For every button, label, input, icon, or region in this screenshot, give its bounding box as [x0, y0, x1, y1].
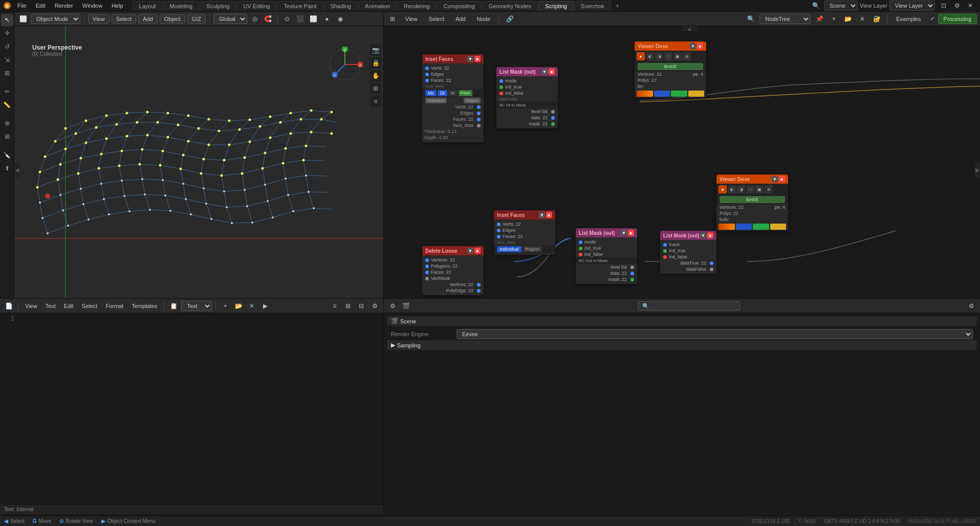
vd-1-bake-btn[interactable]: BAKE: [638, 63, 703, 70]
search-node-icon[interactable]: 🔍: [745, 13, 756, 25]
tool-measure[interactable]: 📏: [1, 99, 13, 111]
inset-faces-2-close[interactable]: ■: [546, 212, 552, 218]
tab-rendering[interactable]: Rendering: [397, 1, 437, 11]
list-mask-sm-expand[interactable]: ▼: [700, 232, 706, 238]
add-btn[interactable]: Add: [138, 14, 158, 24]
props-sampling-header[interactable]: ▶ Sampling: [387, 340, 977, 350]
props-icon[interactable]: ⚙: [387, 300, 398, 312]
tool-knife[interactable]: 🔪: [1, 149, 13, 161]
vd-2-icon-3[interactable]: ◑: [737, 185, 745, 193]
viewport-icon-camera[interactable]: 📷: [370, 45, 381, 56]
screen-icon[interactable]: ⊡: [938, 0, 949, 11]
overlay-icon[interactable]: ⊙: [281, 13, 293, 25]
edit-menu[interactable]: Edit: [32, 2, 50, 10]
vd-2-close[interactable]: ■: [779, 176, 785, 182]
inset-faces-node-1[interactable]: Inset Faces ▼ ■ Verts: 22 Edges Faces: 2…: [422, 54, 484, 142]
node-open-icon[interactable]: 📂: [842, 13, 854, 25]
vd-2-icon-4[interactable]: □: [746, 185, 754, 193]
delete-loose-expand[interactable]: ▼: [467, 248, 473, 254]
viewport-icon-hand[interactable]: ✋: [370, 70, 381, 81]
view-btn[interactable]: View: [88, 14, 110, 24]
tool-select[interactable]: ↖: [1, 14, 13, 26]
inset-1-region[interactable]: Region: [464, 98, 481, 103]
vd-2-icon-6[interactable]: ⊕: [765, 185, 773, 193]
list-mask-2-close[interactable]: ■: [628, 230, 634, 236]
vd-1-icon-6[interactable]: ⊕: [683, 52, 691, 60]
tab-uv-editing[interactable]: UV Editing: [236, 1, 276, 11]
tool-extrude[interactable]: ⬆: [1, 162, 13, 174]
object-mode-selector[interactable]: Object Mode: [31, 14, 80, 24]
props-settings-icon[interactable]: ⚙: [966, 300, 977, 312]
tab-animation[interactable]: Animation: [358, 1, 397, 11]
node-new-icon[interactable]: +: [828, 13, 839, 25]
tool-move[interactable]: ✛: [1, 27, 13, 39]
tab-sculpting[interactable]: Sculpting: [200, 1, 236, 11]
shading-wire-icon[interactable]: ⬜: [308, 13, 319, 25]
window-menu[interactable]: Window: [78, 2, 106, 10]
inset-2-region[interactable]: Region: [522, 246, 542, 252]
add-workspace-tab[interactable]: +: [612, 1, 624, 11]
inset-faces-1-close[interactable]: ■: [474, 56, 481, 62]
te-open-icon[interactable]: 📂: [233, 300, 244, 312]
shading-solid-icon[interactable]: ⬛: [295, 13, 306, 25]
3d-viewport[interactable]: ⬜ Object Mode View Select Add Object GIZ…: [14, 12, 384, 298]
tab-layout[interactable]: Layout: [133, 1, 163, 11]
viewport-gizmo[interactable]: X Z Y: [327, 47, 363, 83]
viewport-icon-lock[interactable]: 🔒: [370, 57, 381, 69]
processing-btn[interactable]: Processing: [938, 14, 977, 24]
inset-1-mc[interactable]: Mc: [425, 90, 437, 96]
settings-icon[interactable]: ⚙: [951, 0, 963, 11]
viewport-icon-grid[interactable]: ⊞: [370, 83, 381, 94]
te-align-icon[interactable]: ⊟: [356, 300, 367, 312]
list-mask-small-node[interactable]: List Mask (out) ▼ ■ mask ind_true ind_fa…: [660, 231, 716, 274]
vd-1-icon-4[interactable]: □: [664, 52, 672, 60]
node-toggle-icon[interactable]: 🔗: [504, 13, 515, 25]
render-menu[interactable]: Render: [51, 2, 77, 10]
viewport-editor-icon[interactable]: ⬜: [17, 13, 29, 25]
inset-faces-node-2[interactable]: Inset Faces ▼ ■ Verts: 22 Edges Faces: 2…: [494, 210, 555, 255]
file-menu[interactable]: File: [13, 2, 31, 10]
tool-add[interactable]: ⊞: [1, 130, 13, 143]
te-run-icon[interactable]: ▶: [259, 300, 271, 312]
tab-geometry-nodes[interactable]: Geometry Nodes: [482, 1, 538, 11]
node-add-btn[interactable]: Add: [451, 15, 470, 23]
node-editor-top-collapse[interactable]: ▲: [682, 26, 698, 31]
props-search-input[interactable]: [638, 301, 740, 311]
vd-1-icon-5[interactable]: ▣: [673, 52, 682, 60]
te-new-icon[interactable]: +: [220, 300, 231, 312]
render-engine-selector[interactable]: Eevee: [456, 329, 973, 339]
vd-2-icon-5[interactable]: ▣: [755, 185, 764, 193]
node-x-icon[interactable]: ✕: [857, 13, 868, 25]
tab-modeling[interactable]: Modeling: [163, 1, 200, 11]
list-mask-input-node-2[interactable]: List Mask (out) ▼ ■ mode ind_true ind_fa…: [576, 228, 637, 284]
shading-material-icon[interactable]: ●: [321, 13, 333, 25]
text-editor-icon[interactable]: 📄: [3, 300, 14, 312]
viewer-dose-node-2[interactable]: Viewer Dose ▼ ■ ● ◐ ◑ □ ▣ ⊕: [716, 174, 788, 231]
tool-rotate[interactable]: ↺: [1, 40, 13, 53]
collapse-left-panel[interactable]: ◀: [14, 162, 19, 178]
tool-scale[interactable]: ⇲: [1, 54, 13, 66]
inset-2-individual[interactable]: Individual: [497, 246, 521, 252]
select-btn[interactable]: Select: [112, 14, 137, 24]
vd-1-close[interactable]: ■: [697, 43, 703, 49]
tool-cursor[interactable]: ⊕: [1, 117, 13, 129]
node-fake-user-icon[interactable]: 🔐: [871, 13, 882, 25]
tab-scripting[interactable]: Scripting: [538, 1, 574, 11]
tab-shading[interactable]: Shading: [324, 1, 358, 11]
close-icon[interactable]: ✕: [965, 0, 976, 11]
list-mask-sm-close[interactable]: ■: [707, 232, 713, 238]
inset-1-mask[interactable]: Mask: [459, 90, 472, 96]
te-grid-icon[interactable]: ⊞: [342, 300, 354, 312]
inset-1-in[interactable]: In: [448, 90, 458, 96]
search-icon[interactable]: 🔍: [811, 0, 822, 11]
list-mask-1-expand[interactable]: ▼: [541, 69, 548, 75]
tab-sverchok[interactable]: Sverchok: [574, 1, 611, 11]
delete-loose-close[interactable]: ■: [474, 248, 481, 254]
te-edit-btn[interactable]: Edit: [61, 302, 77, 310]
delete-loose-node[interactable]: Delete Loose ▼ ■ Vertices: 22 Polygons: …: [422, 246, 484, 295]
node-view-btn[interactable]: View: [401, 15, 422, 23]
te-view-btn[interactable]: View: [22, 302, 40, 310]
node-pin-icon[interactable]: 📌: [814, 13, 825, 25]
te-file-icon[interactable]: 📋: [168, 300, 179, 312]
te-format-btn[interactable]: Format: [102, 302, 126, 310]
